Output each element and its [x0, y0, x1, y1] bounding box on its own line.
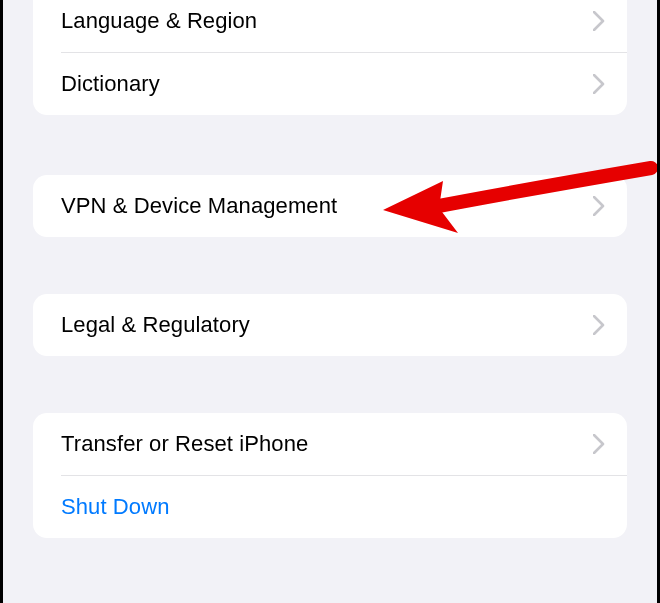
- settings-group-vpn: VPN & Device Management: [33, 175, 627, 237]
- row-label: Language & Region: [61, 8, 257, 34]
- vpn-device-management-row[interactable]: VPN & Device Management: [33, 175, 627, 237]
- row-label: Dictionary: [61, 71, 160, 97]
- chevron-right-icon: [593, 196, 605, 216]
- legal-regulatory-row[interactable]: Legal & Regulatory: [33, 294, 627, 356]
- chevron-right-icon: [593, 434, 605, 454]
- row-label: Transfer or Reset iPhone: [61, 431, 308, 457]
- row-label: Legal & Regulatory: [61, 312, 250, 338]
- chevron-right-icon: [593, 315, 605, 335]
- transfer-reset-row[interactable]: Transfer or Reset iPhone: [33, 413, 627, 475]
- language-region-row[interactable]: Language & Region: [33, 0, 627, 52]
- dictionary-row[interactable]: Dictionary: [33, 53, 627, 115]
- row-label: Shut Down: [61, 494, 170, 520]
- chevron-right-icon: [593, 11, 605, 31]
- settings-group-reset: Transfer or Reset iPhone Shut Down: [33, 413, 627, 538]
- row-label: VPN & Device Management: [61, 193, 337, 219]
- chevron-right-icon: [593, 74, 605, 94]
- shut-down-row[interactable]: Shut Down: [33, 476, 627, 538]
- settings-group-legal: Legal & Regulatory: [33, 294, 627, 356]
- settings-group-language: Language & Region Dictionary: [33, 0, 627, 115]
